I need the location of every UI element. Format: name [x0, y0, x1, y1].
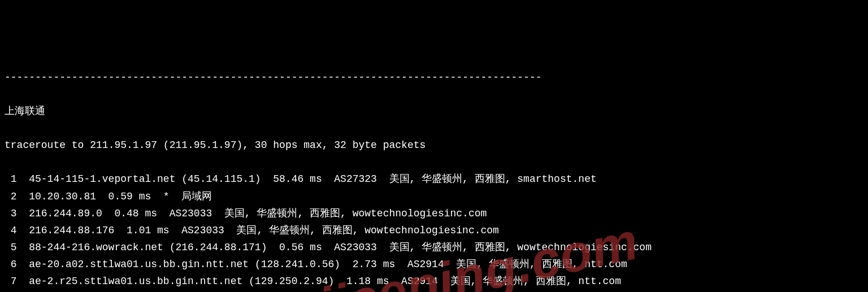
hop-row: 8 ae-1.a03.sttlwa01.us.bb.gin.ntt.net (1…: [5, 290, 863, 292]
route-title: 上海联通: [5, 103, 863, 120]
hop-details: 45-14-115-1.veportal.net (45.14.115.1) 5…: [17, 173, 597, 185]
hop-details: 216.244.89.0 0.48 ms AS23033 美国, 华盛顿州, 西…: [17, 208, 487, 219]
hop-details: 216.244.88.176 1.01 ms AS23033 美国, 华盛顿州,…: [17, 225, 499, 236]
hop-number: 2: [5, 188, 17, 205]
hop-row: 1 45-14-115-1.veportal.net (45.14.115.1)…: [5, 171, 863, 188]
hop-details: 10.20.30.81 0.59 ms * 局域网: [17, 191, 212, 202]
hop-number: 4: [5, 222, 17, 239]
traceroute-command: traceroute to 211.95.1.97 (211.95.1.97),…: [5, 137, 863, 154]
hop-details: ae-2.r25.sttlwa01.us.bb.gin.ntt.net (129…: [17, 276, 621, 287]
hop-number: 8: [5, 290, 17, 292]
separator-line: ----------------------------------------…: [5, 69, 863, 86]
hop-number: 6: [5, 256, 17, 273]
hop-row: 4 216.244.88.176 1.01 ms AS23033 美国, 华盛顿…: [5, 222, 863, 239]
hop-details: 88-244-216.wowrack.net (216.244.88.171) …: [17, 242, 652, 253]
hop-number: 7: [5, 273, 17, 290]
hop-row: 5 88-244-216.wowrack.net (216.244.88.171…: [5, 239, 863, 256]
hop-row: 2 10.20.30.81 0.59 ms * 局域网: [5, 188, 863, 205]
hop-number: 3: [5, 205, 17, 222]
hop-number: 5: [5, 239, 17, 256]
hop-details: ae-20.a02.sttlwa01.us.bb.gin.ntt.net (12…: [17, 259, 627, 270]
hop-number: 1: [5, 171, 17, 188]
hop-list: 1 45-14-115-1.veportal.net (45.14.115.1)…: [5, 171, 863, 292]
hop-row: 7 ae-2.r25.sttlwa01.us.bb.gin.ntt.net (1…: [5, 273, 863, 290]
hop-row: 6 ae-20.a02.sttlwa01.us.bb.gin.ntt.net (…: [5, 256, 863, 273]
hop-row: 3 216.244.89.0 0.48 ms AS23033 美国, 华盛顿州,…: [5, 205, 863, 222]
